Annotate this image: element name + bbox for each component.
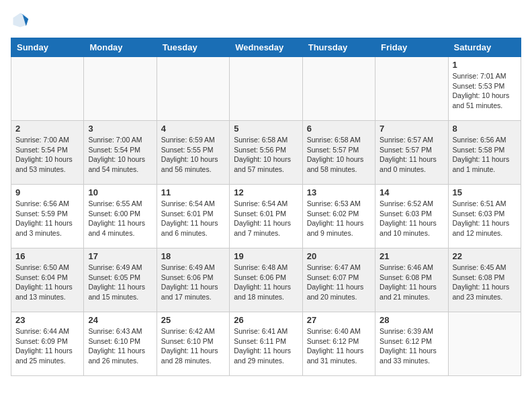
- weekday-header-saturday: Saturday: [448, 38, 521, 57]
- day-info: Sunrise: 6:55 AM Sunset: 6:00 PM Dayligh…: [88, 199, 152, 238]
- calendar-cell: 9Sunrise: 6:56 AM Sunset: 5:59 PM Daylig…: [11, 185, 84, 248]
- day-info: Sunrise: 6:44 AM Sunset: 6:09 PM Dayligh…: [15, 326, 79, 366]
- calendar-cell: 12Sunrise: 6:54 AM Sunset: 6:01 PM Dayli…: [230, 185, 302, 248]
- day-info: Sunrise: 6:56 AM Sunset: 5:59 PM Dayligh…: [15, 199, 79, 238]
- weekday-header-tuesday: Tuesday: [157, 38, 229, 57]
- logo-icon: [11, 11, 30, 30]
- day-number: 10: [88, 187, 152, 197]
- calendar-cell: 3Sunrise: 7:00 AM Sunset: 5:54 PM Daylig…: [84, 121, 157, 185]
- day-number: 5: [234, 124, 298, 134]
- calendar-cell: [84, 57, 157, 121]
- day-number: 17: [88, 251, 152, 261]
- weekday-header-wednesday: Wednesday: [230, 38, 302, 57]
- day-number: 2: [15, 124, 79, 134]
- week-row-4: 16Sunrise: 6:50 AM Sunset: 6:04 PM Dayli…: [11, 248, 521, 312]
- day-number: 25: [161, 315, 225, 325]
- day-number: 12: [234, 187, 298, 197]
- calendar-cell: 7Sunrise: 6:57 AM Sunset: 5:57 PM Daylig…: [375, 121, 448, 185]
- week-row-5: 23Sunrise: 6:44 AM Sunset: 6:09 PM Dayli…: [11, 312, 521, 376]
- day-number: 22: [453, 251, 517, 261]
- day-info: Sunrise: 7:01 AM Sunset: 5:53 PM Dayligh…: [453, 71, 517, 111]
- calendar-cell: [230, 57, 302, 121]
- calendar-cell: [157, 57, 229, 121]
- week-row-1: 1Sunrise: 7:01 AM Sunset: 5:53 PM Daylig…: [11, 57, 521, 121]
- day-info: Sunrise: 6:45 AM Sunset: 6:08 PM Dayligh…: [453, 263, 517, 302]
- calendar-cell: 15Sunrise: 6:51 AM Sunset: 6:03 PM Dayli…: [448, 185, 521, 248]
- calendar-cell: 16Sunrise: 6:50 AM Sunset: 6:04 PM Dayli…: [11, 248, 84, 312]
- day-number: 21: [380, 251, 443, 261]
- calendar-cell: 10Sunrise: 6:55 AM Sunset: 6:00 PM Dayli…: [84, 185, 157, 248]
- weekday-header-row: SundayMondayTuesdayWednesdayThursdayFrid…: [11, 38, 521, 57]
- weekday-header-monday: Monday: [84, 38, 157, 57]
- day-number: 19: [234, 251, 298, 261]
- day-info: Sunrise: 6:42 AM Sunset: 6:10 PM Dayligh…: [161, 326, 225, 366]
- day-number: 23: [15, 315, 79, 325]
- day-number: 24: [88, 315, 152, 325]
- day-info: Sunrise: 7:00 AM Sunset: 5:54 PM Dayligh…: [15, 135, 79, 175]
- calendar-cell: [448, 312, 521, 376]
- weekday-header-sunday: Sunday: [11, 38, 84, 57]
- day-info: Sunrise: 6:41 AM Sunset: 6:11 PM Dayligh…: [234, 326, 298, 366]
- day-number: 9: [15, 187, 79, 197]
- calendar-cell: [302, 57, 375, 121]
- day-number: 26: [234, 315, 298, 325]
- day-number: 13: [307, 187, 371, 197]
- calendar-cell: 24Sunrise: 6:43 AM Sunset: 6:10 PM Dayli…: [84, 312, 157, 376]
- week-row-3: 9Sunrise: 6:56 AM Sunset: 5:59 PM Daylig…: [11, 185, 521, 248]
- week-row-2: 2Sunrise: 7:00 AM Sunset: 5:54 PM Daylig…: [11, 121, 521, 185]
- calendar-cell: 28Sunrise: 6:39 AM Sunset: 6:12 PM Dayli…: [375, 312, 448, 376]
- day-info: Sunrise: 6:49 AM Sunset: 6:06 PM Dayligh…: [161, 263, 225, 302]
- day-number: 15: [453, 187, 517, 197]
- calendar-cell: 13Sunrise: 6:53 AM Sunset: 6:02 PM Dayli…: [302, 185, 375, 248]
- day-info: Sunrise: 6:51 AM Sunset: 6:03 PM Dayligh…: [453, 199, 517, 238]
- day-info: Sunrise: 6:43 AM Sunset: 6:10 PM Dayligh…: [88, 326, 152, 366]
- logo: [11, 11, 32, 30]
- day-number: 4: [161, 124, 225, 134]
- calendar-cell: 1Sunrise: 7:01 AM Sunset: 5:53 PM Daylig…: [448, 57, 521, 121]
- day-info: Sunrise: 6:54 AM Sunset: 6:01 PM Dayligh…: [161, 199, 225, 238]
- day-info: Sunrise: 7:00 AM Sunset: 5:54 PM Dayligh…: [88, 135, 152, 175]
- calendar-cell: 14Sunrise: 6:52 AM Sunset: 6:03 PM Dayli…: [375, 185, 448, 248]
- day-info: Sunrise: 6:40 AM Sunset: 6:12 PM Dayligh…: [307, 326, 371, 366]
- calendar-cell: 26Sunrise: 6:41 AM Sunset: 6:11 PM Dayli…: [230, 312, 302, 376]
- day-number: 14: [380, 187, 443, 197]
- day-info: Sunrise: 6:48 AM Sunset: 6:06 PM Dayligh…: [234, 263, 298, 302]
- calendar-cell: 11Sunrise: 6:54 AM Sunset: 6:01 PM Dayli…: [157, 185, 229, 248]
- calendar-cell: 23Sunrise: 6:44 AM Sunset: 6:09 PM Dayli…: [11, 312, 84, 376]
- day-number: 6: [307, 124, 371, 134]
- day-info: Sunrise: 6:58 AM Sunset: 5:56 PM Dayligh…: [234, 135, 298, 175]
- day-number: 18: [161, 251, 225, 261]
- calendar-cell: 5Sunrise: 6:58 AM Sunset: 5:56 PM Daylig…: [230, 121, 302, 185]
- calendar-cell: [11, 57, 84, 121]
- day-info: Sunrise: 6:46 AM Sunset: 6:08 PM Dayligh…: [380, 263, 443, 302]
- calendar: SundayMondayTuesdayWednesdayThursdayFrid…: [11, 38, 521, 376]
- calendar-cell: 21Sunrise: 6:46 AM Sunset: 6:08 PM Dayli…: [375, 248, 448, 312]
- day-info: Sunrise: 6:56 AM Sunset: 5:58 PM Dayligh…: [453, 135, 517, 175]
- weekday-header-thursday: Thursday: [302, 38, 375, 57]
- calendar-cell: 25Sunrise: 6:42 AM Sunset: 6:10 PM Dayli…: [157, 312, 229, 376]
- calendar-cell: 22Sunrise: 6:45 AM Sunset: 6:08 PM Dayli…: [448, 248, 521, 312]
- day-info: Sunrise: 6:53 AM Sunset: 6:02 PM Dayligh…: [307, 199, 371, 238]
- day-number: 8: [453, 124, 517, 134]
- day-number: 28: [380, 315, 443, 325]
- day-number: 1: [453, 60, 517, 70]
- day-number: 27: [307, 315, 371, 325]
- day-number: 20: [307, 251, 371, 261]
- day-info: Sunrise: 6:47 AM Sunset: 6:07 PM Dayligh…: [307, 263, 371, 302]
- page-header: [11, 11, 521, 30]
- calendar-cell: 2Sunrise: 7:00 AM Sunset: 5:54 PM Daylig…: [11, 121, 84, 185]
- day-info: Sunrise: 6:39 AM Sunset: 6:12 PM Dayligh…: [380, 326, 443, 366]
- day-number: 3: [88, 124, 152, 134]
- day-info: Sunrise: 6:50 AM Sunset: 6:04 PM Dayligh…: [15, 263, 79, 302]
- day-info: Sunrise: 6:52 AM Sunset: 6:03 PM Dayligh…: [380, 199, 443, 238]
- calendar-cell: [375, 57, 448, 121]
- calendar-cell: 19Sunrise: 6:48 AM Sunset: 6:06 PM Dayli…: [230, 248, 302, 312]
- calendar-cell: 8Sunrise: 6:56 AM Sunset: 5:58 PM Daylig…: [448, 121, 521, 185]
- day-number: 16: [15, 251, 79, 261]
- day-info: Sunrise: 6:58 AM Sunset: 5:57 PM Dayligh…: [307, 135, 371, 175]
- day-info: Sunrise: 6:49 AM Sunset: 6:05 PM Dayligh…: [88, 263, 152, 302]
- calendar-cell: 18Sunrise: 6:49 AM Sunset: 6:06 PM Dayli…: [157, 248, 229, 312]
- day-info: Sunrise: 6:59 AM Sunset: 5:55 PM Dayligh…: [161, 135, 225, 175]
- day-info: Sunrise: 6:54 AM Sunset: 6:01 PM Dayligh…: [234, 199, 298, 238]
- day-number: 11: [161, 187, 225, 197]
